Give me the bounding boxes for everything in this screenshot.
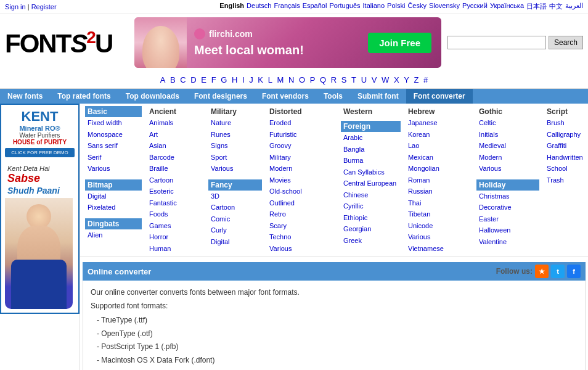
lang-english[interactable]: English — [219, 2, 244, 11]
cat-bangla[interactable]: Bangla — [341, 144, 401, 155]
cat-horror[interactable]: Horror — [147, 231, 203, 243]
cat-initials[interactable]: Initials — [476, 129, 539, 141]
cat-digital[interactable]: Digital — [85, 191, 142, 202]
cat-braille[interactable]: Braille — [147, 163, 203, 175]
alpha-q[interactable]: Q — [320, 75, 326, 84]
cat-alien[interactable]: Alien — [85, 229, 142, 241]
lang-espanol[interactable]: Español — [303, 2, 327, 11]
lang-ukrainian[interactable]: Українська — [490, 2, 524, 11]
nav-font-converter[interactable]: Font converter — [406, 89, 473, 104]
cat-old-school[interactable]: Old-school — [267, 186, 336, 197]
cat-movies[interactable]: Movies — [267, 175, 336, 186]
lang-slovensky[interactable]: Slovensky — [429, 2, 460, 11]
ad-join-button[interactable]: Join Free — [368, 33, 431, 53]
cat-various-heb[interactable]: Various — [406, 231, 472, 243]
cat-japanese[interactable]: Japanese — [406, 117, 472, 129]
cat-chinese[interactable]: Chinese — [341, 189, 401, 201]
alpha-w[interactable]: W — [382, 75, 389, 84]
lang-italiano[interactable]: Italiano — [363, 2, 385, 11]
cat-games[interactable]: Games — [147, 220, 203, 232]
lang-portuguese[interactable]: Português — [329, 2, 360, 11]
cat-calligraphy[interactable]: Calligraphy — [544, 129, 588, 141]
register-link[interactable]: Register — [31, 3, 57, 10]
cat-signs[interactable]: Signs — [208, 140, 262, 152]
nav-top-downloads[interactable]: Top downloads — [118, 89, 187, 104]
cat-medieval[interactable]: Medieval — [476, 140, 539, 152]
cat-korean[interactable]: Korean — [406, 129, 472, 141]
facebook-icon[interactable]: f — [567, 265, 581, 278]
twitter-icon[interactable]: t — [551, 265, 565, 278]
alpha-j[interactable]: J — [249, 75, 253, 84]
nav-submit-font[interactable]: Submit font — [350, 89, 406, 104]
alpha-hash[interactable]: # — [423, 75, 428, 84]
alpha-i[interactable]: I — [242, 75, 245, 84]
lang-chinese[interactable]: 中文 — [549, 2, 563, 11]
cat-esoteric[interactable]: Esoteric — [147, 186, 203, 197]
cat-human[interactable]: Human — [147, 243, 203, 255]
cat-cyrillic[interactable]: Cyrillic — [341, 200, 401, 212]
cat-3d[interactable]: 3D — [208, 191, 262, 202]
cat-monospace[interactable]: Monospace — [85, 129, 142, 141]
cat-eroded[interactable]: Eroded — [267, 117, 336, 129]
cat-futuristic[interactable]: Futuristic — [267, 129, 336, 141]
cat-asian[interactable]: Asian — [147, 140, 203, 152]
nav-font-vendors[interactable]: Font vendors — [255, 89, 316, 104]
cat-pixelated[interactable]: Pixelated — [85, 202, 142, 213]
cat-various-dist[interactable]: Various — [267, 243, 336, 255]
alpha-t[interactable]: T — [351, 75, 356, 84]
banner-ad[interactable]: flirchi.com Meet local woman! Join Free — [134, 17, 441, 68]
cat-modern-dist[interactable]: Modern — [267, 163, 336, 175]
cat-decorative[interactable]: Decorative — [476, 202, 539, 213]
cat-military-dist[interactable]: Military — [267, 152, 336, 163]
cat-fixed-width[interactable]: Fixed width — [85, 117, 142, 129]
cat-brush[interactable]: Brush — [544, 117, 588, 129]
cat-retro[interactable]: Retro — [267, 208, 336, 220]
cat-barcode[interactable]: Barcode — [147, 152, 203, 163]
alpha-u[interactable]: U — [361, 75, 367, 84]
cat-foods[interactable]: Foods — [147, 208, 203, 220]
cat-fantastic[interactable]: Fantastic — [147, 197, 203, 209]
cat-sans-serif[interactable]: Sans serif — [85, 140, 142, 152]
cat-tibetan[interactable]: Tibetan — [406, 208, 472, 220]
cat-various-goth[interactable]: Various — [476, 163, 539, 175]
kent-demo-button[interactable]: CLICK FOR FREE DEMO — [5, 148, 75, 157]
cat-roman[interactable]: Roman — [406, 175, 472, 186]
alpha-h[interactable]: H — [232, 75, 237, 84]
cat-serif[interactable]: Serif — [85, 152, 142, 163]
cat-sport[interactable]: Sport — [208, 152, 262, 163]
cat-handwritten[interactable]: Handwritten — [544, 152, 588, 163]
alpha-m[interactable]: M — [277, 75, 284, 84]
lang-japanese[interactable]: 日本語 — [526, 2, 547, 11]
alpha-e[interactable]: E — [201, 75, 206, 84]
alpha-n[interactable]: N — [288, 75, 294, 84]
alpha-x[interactable]: X — [394, 75, 399, 84]
cat-runes[interactable]: Runes — [208, 129, 262, 141]
cat-ethiopic[interactable]: Ethiopic — [341, 212, 401, 224]
alpha-o[interactable]: O — [299, 75, 305, 84]
cat-school[interactable]: School — [544, 163, 588, 175]
nav-font-designers[interactable]: Font designers — [187, 89, 255, 104]
lang-francais[interactable]: Français — [274, 2, 300, 11]
cat-lao[interactable]: Lao — [406, 140, 472, 152]
rss-icon[interactable]: ★ — [535, 265, 549, 278]
cat-easter[interactable]: Easter — [476, 213, 539, 225]
cat-nature[interactable]: Nature — [208, 117, 262, 129]
cat-various-basic[interactable]: Various — [85, 163, 142, 175]
cat-animals[interactable]: Animals — [147, 117, 203, 129]
cat-russian[interactable]: Russian — [406, 186, 472, 197]
cat-vietnamese[interactable]: Vietnamese — [406, 243, 472, 255]
cat-various-mil[interactable]: Various — [208, 163, 262, 175]
auth-links[interactable]: Sign in | Register — [5, 3, 57, 10]
cat-cartoon-anc[interactable]: Cartoon — [147, 175, 203, 186]
alpha-s[interactable]: S — [341, 75, 347, 84]
lang-arabic[interactable]: العربية — [565, 2, 583, 11]
alpha-y[interactable]: Y — [404, 75, 409, 84]
cat-arabic[interactable]: Arabic — [341, 132, 401, 144]
cat-celtic[interactable]: Celtic — [476, 117, 539, 129]
cat-graffiti[interactable]: Graffiti — [544, 140, 588, 152]
cat-trash[interactable]: Trash — [544, 175, 588, 186]
cat-burma[interactable]: Burma — [341, 155, 401, 166]
cat-cartoon-fancy[interactable]: Cartoon — [208, 202, 262, 213]
cat-groovy[interactable]: Groovy — [267, 140, 336, 152]
cat-central-european[interactable]: Central European — [341, 178, 401, 189]
